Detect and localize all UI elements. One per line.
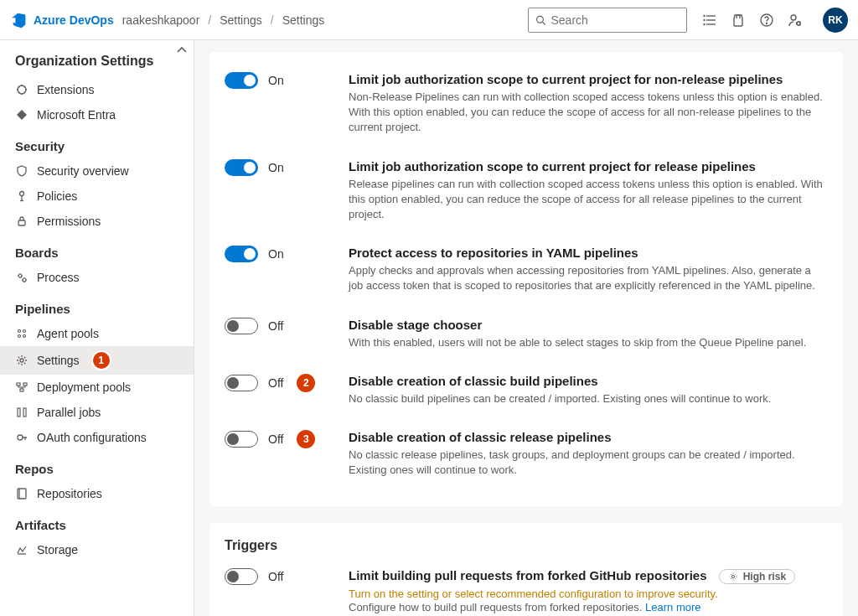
svg-point-6 bbox=[704, 19, 705, 20]
sidebar-item-process[interactable]: Process bbox=[0, 265, 194, 290]
setting-title: Disable creation of classic build pipeli… bbox=[349, 374, 828, 388]
annotation-badge: 1 bbox=[93, 352, 110, 369]
svg-point-17 bbox=[18, 330, 21, 333]
settings-card: On Limit job authorization scope to curr… bbox=[209, 52, 843, 506]
chevron-up-icon[interactable] bbox=[175, 44, 189, 57]
puzzle-icon bbox=[15, 83, 28, 96]
svg-rect-22 bbox=[17, 383, 20, 386]
search-icon bbox=[535, 14, 546, 26]
sidebar-item-agent-pools[interactable]: Agent pools bbox=[0, 321, 194, 346]
svg-rect-14 bbox=[18, 220, 25, 225]
help-icon[interactable] bbox=[759, 13, 774, 28]
svg-point-15 bbox=[18, 274, 22, 277]
svg-line-1 bbox=[543, 22, 545, 24]
sidebar-item-deployment-pools[interactable]: Deployment pools bbox=[0, 375, 194, 400]
sidebar-item-label: Settings bbox=[37, 354, 80, 367]
pencil-icon bbox=[15, 189, 28, 203]
triggers-card: Triggers Off Limit building pull request… bbox=[209, 523, 843, 616]
annotation-badge: 3 bbox=[297, 430, 315, 448]
sidebar-group-repos: Repos bbox=[0, 450, 194, 481]
toggle-state: On bbox=[268, 74, 284, 87]
header-icon-bar: RK bbox=[702, 8, 848, 33]
avatar[interactable]: RK bbox=[823, 8, 848, 33]
setting-row: Off Limit building pull requests from fo… bbox=[225, 556, 828, 616]
risk-pill: High risk bbox=[719, 569, 795, 584]
toggle-state: Off bbox=[268, 432, 283, 446]
sidebar-item-storage[interactable]: Storage bbox=[0, 537, 194, 562]
sidebar-item-extensions[interactable]: Extensions bbox=[0, 77, 194, 102]
svg-point-31 bbox=[731, 576, 734, 578]
toggle-switch[interactable] bbox=[225, 246, 258, 262]
breadcrumb: raakeshkapoor / Settings / Settings bbox=[122, 13, 325, 27]
sidebar-item-repositories[interactable]: Repositories bbox=[0, 481, 194, 506]
toggle-state: On bbox=[268, 161, 284, 174]
oauth-icon bbox=[15, 431, 28, 444]
svg-point-10 bbox=[791, 15, 796, 20]
sidebar-item-policies[interactable]: Policies bbox=[0, 184, 194, 209]
toggle-switch[interactable] bbox=[225, 318, 258, 334]
azure-devops-logo-icon bbox=[10, 11, 28, 29]
svg-point-16 bbox=[23, 278, 26, 282]
svg-point-21 bbox=[20, 359, 23, 362]
setting-description: Release pipelines can run with collectio… bbox=[349, 177, 828, 223]
svg-rect-26 bbox=[23, 408, 26, 417]
sidebar-item-parallel-jobs[interactable]: Parallel jobs bbox=[0, 400, 194, 425]
toggle-switch[interactable] bbox=[225, 568, 258, 585]
sidebar-item-permissions[interactable]: Permissions bbox=[0, 209, 194, 234]
setting-title: Protect access to repositories in YAML p… bbox=[349, 246, 828, 260]
sidebar-group-artifacts: Artifacts bbox=[0, 506, 194, 537]
storage-icon bbox=[15, 543, 28, 556]
breadcrumb-item[interactable]: Settings bbox=[282, 13, 325, 27]
main-content: On Limit job authorization scope to curr… bbox=[194, 40, 858, 616]
toggle-switch[interactable] bbox=[225, 431, 258, 448]
toggle-switch[interactable] bbox=[225, 375, 258, 391]
sidebar-item-label: Permissions bbox=[37, 215, 101, 228]
setting-row: On Protect access to repositories in YAM… bbox=[225, 234, 828, 305]
diamond-icon bbox=[15, 108, 28, 122]
search-input[interactable] bbox=[551, 13, 680, 27]
svg-point-9 bbox=[767, 23, 768, 23]
parallel-icon bbox=[15, 406, 28, 419]
gear-icon bbox=[728, 572, 738, 582]
search-box[interactable] bbox=[528, 8, 687, 33]
repo-icon bbox=[15, 487, 28, 500]
setting-row: Off Disable stage chooser With this enab… bbox=[225, 306, 828, 362]
setting-title: Limit job authorization scope to current… bbox=[349, 72, 828, 86]
sidebar-item-label: Storage bbox=[37, 543, 78, 556]
svg-point-20 bbox=[23, 335, 26, 338]
svg-point-18 bbox=[23, 330, 26, 333]
sidebar-item-settings[interactable]: Settings 1 bbox=[0, 346, 194, 375]
setting-row: On Limit job authorization scope to curr… bbox=[225, 148, 828, 235]
setting-description: No classic release pipelines, task group… bbox=[349, 448, 828, 478]
sidebar-item-label: Repositories bbox=[37, 487, 102, 500]
sidebar-item-microsoft-entra[interactable]: Microsoft Entra bbox=[0, 102, 194, 127]
breadcrumb-item[interactable]: Settings bbox=[220, 13, 262, 27]
user-settings-icon[interactable] bbox=[788, 13, 803, 28]
product-home[interactable]: Azure DevOps bbox=[10, 11, 114, 29]
sidebar-item-label: Agent pools bbox=[37, 327, 99, 340]
setting-row: Off 3 Disable creation of classic releas… bbox=[225, 418, 828, 489]
sidebar-item-label: Policies bbox=[37, 189, 77, 203]
sidebar-item-label: Parallel jobs bbox=[37, 406, 101, 419]
setting-title: Limit building pull requests from forked… bbox=[349, 568, 828, 584]
toggle-switch[interactable] bbox=[225, 159, 258, 176]
toggle-switch[interactable] bbox=[225, 72, 258, 89]
marketplace-icon[interactable] bbox=[731, 13, 746, 28]
sidebar-item-label: Microsoft Entra bbox=[37, 108, 116, 122]
setting-description: Non-Release Pipelines can run with colle… bbox=[349, 90, 828, 136]
sidebar-item-oauth-configurations[interactable]: OAuth configurations bbox=[0, 425, 194, 450]
setting-title: Disable stage chooser bbox=[349, 318, 828, 332]
sidebar-group-pipelines: Pipelines bbox=[0, 290, 194, 321]
breadcrumb-item[interactable]: raakeshkapoor bbox=[122, 13, 200, 27]
svg-point-5 bbox=[704, 15, 705, 16]
svg-point-11 bbox=[797, 22, 800, 25]
list-icon[interactable] bbox=[702, 13, 717, 28]
sidebar-group-boards: Boards bbox=[0, 234, 194, 265]
sidebar-item-security-overview[interactable]: Security overview bbox=[0, 158, 194, 184]
learn-more-link[interactable]: Learn more bbox=[645, 601, 700, 613]
setting-title: Disable creation of classic release pipe… bbox=[349, 430, 828, 444]
gear-icon bbox=[15, 354, 28, 367]
breadcrumb-separator: / bbox=[271, 13, 274, 27]
setting-description: Apply checks and approvals when accessin… bbox=[349, 263, 828, 293]
agent-icon bbox=[15, 327, 28, 340]
